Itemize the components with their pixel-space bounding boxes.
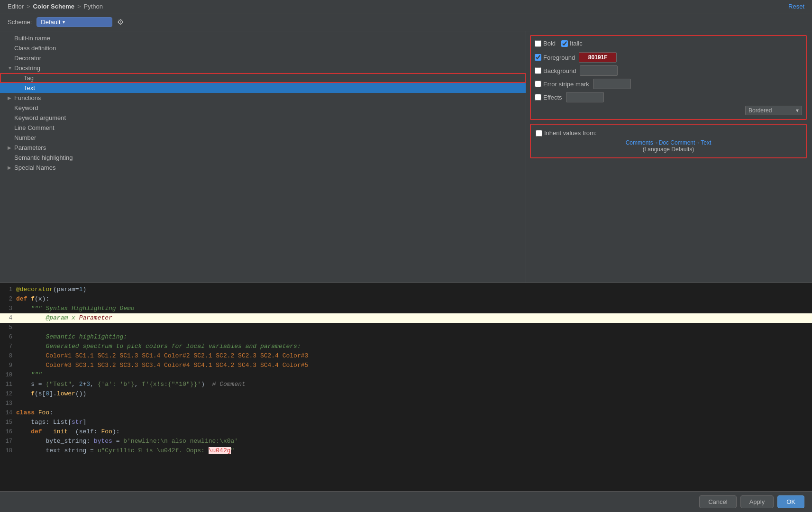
- tree-arrow-parameters: ▶: [8, 145, 14, 150]
- tree-arrow-special-names: ▶: [8, 165, 14, 170]
- background-color-box[interactable]: [580, 65, 618, 76]
- tree-item-parameters[interactable]: ▶Parameters: [0, 143, 526, 153]
- line-number-16: 16: [2, 427, 16, 437]
- tree-label-number: Number: [14, 134, 36, 141]
- effects-checkbox-item[interactable]: Effects: [535, 94, 562, 101]
- apply-button[interactable]: Apply: [740, 495, 774, 508]
- line-number-3: 3: [2, 304, 16, 313]
- bold-checkbox-item[interactable]: Bold: [535, 40, 556, 47]
- breadcrumb-color-scheme: Color Scheme: [33, 3, 74, 10]
- background-label: Background: [543, 67, 576, 74]
- line-content-8: Color#1 SC1.1 SC1.2 SC1.3 SC1.4 Color#2 …: [16, 351, 810, 361]
- italic-checkbox-item[interactable]: Italic: [561, 40, 583, 47]
- reset-link[interactable]: Reset: [788, 3, 804, 10]
- line-content-14: class Foo:: [16, 408, 810, 418]
- bold-label: Bold: [543, 40, 556, 47]
- foreground-color-box[interactable]: 80191F: [579, 52, 617, 63]
- tree-item-number[interactable]: Number: [0, 133, 526, 143]
- foreground-label: Foreground: [543, 54, 575, 61]
- foreground-checkbox-item[interactable]: Foreground: [535, 54, 575, 61]
- tree-arrow-docstring: ▼: [8, 65, 14, 71]
- inherit-sub: (Language Defaults): [536, 146, 801, 153]
- tree-label-tag: Tag: [24, 74, 34, 82]
- tree-item-tag[interactable]: Tag: [0, 73, 526, 83]
- code-line-3: 3 """ Syntax Highlighting Demo: [0, 304, 812, 313]
- code-line-7: 7 Generated spectrum to pick colors for …: [0, 342, 812, 351]
- error-stripe-label: Error stripe mark: [543, 81, 589, 88]
- error-stripe-checkbox[interactable]: [535, 81, 541, 87]
- code-line-14: 14class Foo:: [0, 408, 812, 418]
- code-line-13: 13: [0, 399, 812, 408]
- line-number-11: 11: [2, 380, 16, 389]
- background-checkbox-item[interactable]: Background: [535, 67, 576, 74]
- scheme-label: Scheme:: [8, 18, 32, 26]
- tree-arrow-functions: ▶: [8, 95, 14, 101]
- ok-button[interactable]: OK: [777, 495, 804, 508]
- tree-item-docstring[interactable]: ▼Docstring: [0, 63, 526, 73]
- code-line-17: 17 byte_string: bytes = b'newline:\n als…: [0, 437, 812, 446]
- code-line-9: 9 Color#3 SC3.1 SC3.2 SC3.3 SC3.4 Color#…: [0, 361, 812, 370]
- italic-checkbox[interactable]: [561, 40, 568, 47]
- tree-label-text: Text: [24, 84, 35, 91]
- tree-item-decorator[interactable]: Decorator: [0, 53, 526, 63]
- inherit-checkbox[interactable]: [536, 130, 542, 137]
- error-stripe-checkbox-item[interactable]: Error stripe mark: [535, 81, 589, 88]
- tree-item-text[interactable]: Text: [0, 83, 526, 93]
- italic-label: Italic: [570, 40, 583, 47]
- bold-checkbox[interactable]: [535, 40, 541, 47]
- line-content-18: text_string = u"Cyrillic Я is \u042f. Oo…: [16, 446, 810, 456]
- inherit-checkbox-item[interactable]: Inherit values from:: [536, 129, 801, 137]
- line-content-16: def __init__(self: Foo):: [16, 427, 810, 437]
- line-content-7: Generated spectrum to pick colors for lo…: [16, 342, 810, 351]
- tree-item-semantic-highlighting[interactable]: Semantic highlighting: [0, 153, 526, 163]
- tree-label-parameters: Parameters: [14, 144, 46, 151]
- line-content-9: Color#3 SC3.1 SC3.2 SC3.3 SC3.4 Color#4 …: [16, 361, 810, 370]
- foreground-checkbox[interactable]: [535, 54, 541, 61]
- code-line-16: 16 def __init__(self: Foo):: [0, 427, 812, 437]
- gear-button[interactable]: ⚙: [117, 18, 124, 27]
- line-content-3: """ Syntax Highlighting Demo: [16, 304, 810, 313]
- tree-item-line-comment[interactable]: Line Comment: [0, 123, 526, 133]
- line-content-10: """: [16, 370, 810, 380]
- tree-label-special-names: Special Names: [14, 164, 55, 171]
- props-top-box: Bold Italic Foreground 80191F: [530, 35, 807, 120]
- breadcrumb-sep2: >: [77, 3, 81, 10]
- tree-scroll[interactable]: Built-in nameClass definitionDecorator▼D…: [0, 31, 526, 283]
- line-number-18: 18: [2, 446, 16, 456]
- line-number-12: 12: [2, 389, 16, 399]
- effects-color-box[interactable]: [566, 92, 604, 102]
- background-checkbox[interactable]: [535, 67, 541, 74]
- tree-item-class-definition[interactable]: Class definition: [0, 43, 526, 53]
- error-stripe-color-box[interactable]: [593, 79, 631, 89]
- line-content-4: @param x Parameter: [16, 313, 810, 323]
- line-number-14: 14: [2, 408, 16, 418]
- line-content-13: [16, 399, 810, 408]
- tree-item-keyword[interactable]: Keyword: [0, 103, 526, 113]
- code-panel: 1@decorator(param=1)2def f(x):3 """ Synt…: [0, 283, 812, 491]
- chevron-down-icon: ▾: [63, 19, 65, 25]
- tree-item-functions[interactable]: ▶Functions: [0, 93, 526, 103]
- tree-item-built-in-name[interactable]: Built-in name: [0, 33, 526, 43]
- header: Editor > Color Scheme > Python Reset: [0, 0, 812, 13]
- line-content-6: Semantic highlighting:: [16, 332, 810, 342]
- tree-item-special-names[interactable]: ▶Special Names: [0, 163, 526, 173]
- line-content-1: @decorator(param=1): [16, 285, 810, 294]
- background-row: Background: [535, 64, 802, 77]
- tree-item-keyword-argument[interactable]: Keyword argument: [0, 113, 526, 123]
- line-number-7: 7: [2, 342, 16, 351]
- inherit-box: Inherit values from: Comments→Doc Commen…: [530, 124, 807, 158]
- inherit-link[interactable]: Comments→Doc Comment→Text: [536, 139, 801, 146]
- effects-type-select[interactable]: Bordered ▾: [745, 106, 802, 115]
- effects-checkbox[interactable]: [535, 94, 541, 101]
- effects-row: Effects: [535, 91, 802, 104]
- cancel-button[interactable]: Cancel: [699, 495, 736, 508]
- effects-type-value: Bordered: [748, 107, 772, 114]
- effects-label: Effects: [543, 94, 562, 101]
- content-area: Built-in nameClass definitionDecorator▼D…: [0, 31, 812, 283]
- scheme-dropdown[interactable]: Default ▾: [36, 17, 112, 27]
- tree-label-keyword-argument: Keyword argument: [14, 114, 66, 121]
- tree-panel: Built-in nameClass definitionDecorator▼D…: [0, 31, 526, 283]
- breadcrumb: Editor > Color Scheme > Python: [8, 3, 103, 10]
- action-bar: Cancel Apply OK: [0, 491, 812, 512]
- line-number-5: 5: [2, 323, 16, 332]
